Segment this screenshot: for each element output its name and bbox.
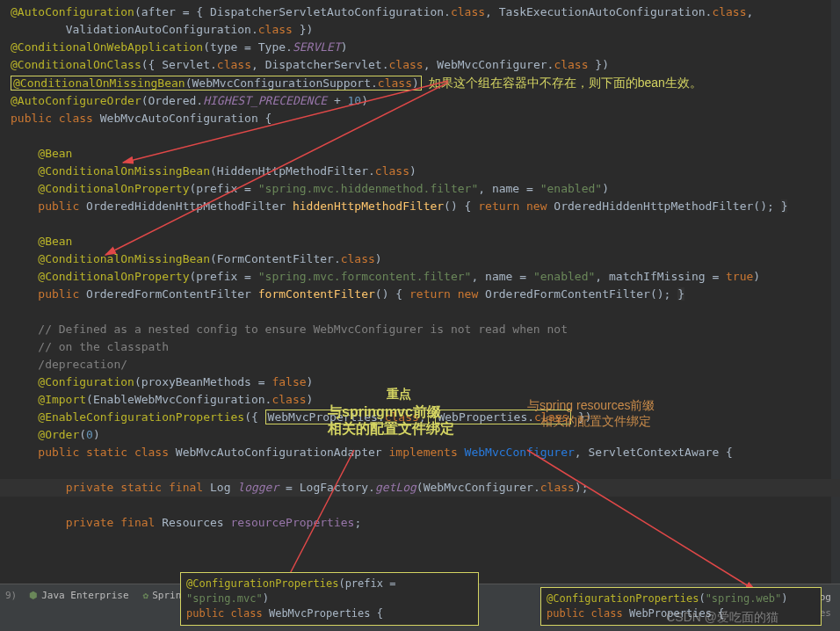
annotation: @AutoConfiguration (11, 5, 134, 18)
annotation-text: 如果这个组在容器中不存在，则下面的bean生效。 (429, 76, 702, 90)
annotation-important: 重点 (387, 387, 411, 403)
code-editor[interactable]: @AutoConfiguration(after = { DispatcherS… (0, 0, 840, 535)
tab-java-enterprise[interactable]: ⬢Java Enterprise (22, 588, 135, 603)
annotation-resources: 与spring resources前缀 (527, 398, 655, 414)
annotation-springmvc: 与springmvc前缀 (328, 403, 441, 422)
comment: // Defined as a nested config to ensure … (38, 323, 568, 336)
watermark: CSDN @爱吃面的猫 (666, 610, 778, 626)
class-name: WebMvcAutoConfiguration (100, 112, 258, 125)
popup-webmvc: @ConfigurationProperties(prefix = "sprin… (180, 572, 479, 626)
